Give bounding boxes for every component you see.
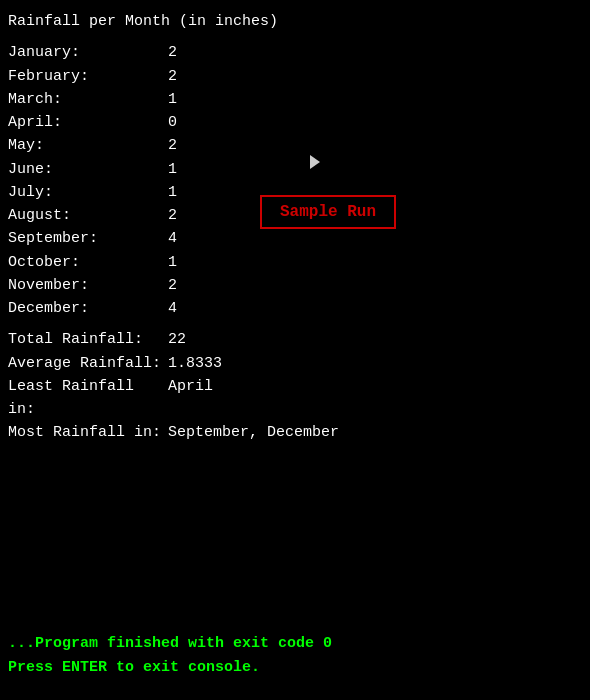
footer-section: ...Program finished with exit code 0Pres… [8,632,332,680]
month-value: 4 [168,297,177,320]
month-row: June:1 [8,158,582,181]
month-row: July:1 [8,181,582,204]
month-row: April:0 [8,111,582,134]
month-value: 2 [168,134,177,157]
terminal-window: Rainfall per Month (in inches) January:2… [0,0,590,700]
footer-line: Press ENTER to exit console. [8,656,332,680]
summary-row: Average Rainfall:1.8333 [8,352,582,375]
month-row: May:2 [8,134,582,157]
month-value: 1 [168,251,177,274]
month-row: January:2 [8,41,582,64]
month-label: March: [8,88,168,111]
month-label: June: [8,158,168,181]
summary-label: Most Rainfall in: [8,421,168,444]
month-label: May: [8,134,168,157]
summary-section: Total Rainfall:22Average Rainfall:1.8333… [8,328,582,444]
month-value: 1 [168,158,177,181]
month-row: November:2 [8,274,582,297]
summary-row: Most Rainfall in:September, December [8,421,582,444]
month-row: October:1 [8,251,582,274]
summary-row: Total Rainfall:22 [8,328,582,351]
month-value: 1 [168,181,177,204]
summary-label: Total Rainfall: [8,328,168,351]
month-label: December: [8,297,168,320]
summary-value: September, December [168,421,339,444]
month-label: August: [8,204,168,227]
month-value: 2 [168,41,177,64]
summary-label: Least Rainfall in: [8,375,168,422]
month-label: February: [8,65,168,88]
month-label: September: [8,227,168,250]
terminal-title: Rainfall per Month (in inches) [8,10,582,33]
month-value: 2 [168,65,177,88]
cursor-icon [310,155,320,169]
month-label: January: [8,41,168,64]
month-value: 0 [168,111,177,134]
month-row: March:1 [8,88,582,111]
month-label: October: [8,251,168,274]
footer-line: ...Program finished with exit code 0 [8,632,332,656]
months-list: January:2February:2March:1April:0May:2Ju… [8,41,582,320]
month-value: 1 [168,88,177,111]
month-label: July: [8,181,168,204]
month-value: 2 [168,274,177,297]
month-label: April: [8,111,168,134]
month-row: December:4 [8,297,582,320]
month-row: February:2 [8,65,582,88]
summary-label: Average Rainfall: [8,352,168,375]
month-value: 2 [168,204,177,227]
summary-value: 1.8333 [168,352,222,375]
summary-value: 22 [168,328,186,351]
month-row: September:4 [8,227,582,250]
month-row: August:2 [8,204,582,227]
summary-value: April [168,375,213,422]
month-label: November: [8,274,168,297]
month-value: 4 [168,227,177,250]
summary-row: Least Rainfall in:April [8,375,582,422]
